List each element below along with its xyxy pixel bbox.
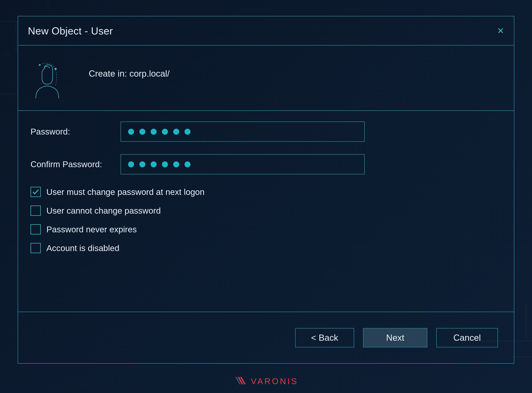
password-dot [173,161,179,167]
checkbox-disabled-box[interactable] [30,243,41,253]
password-dot [128,129,134,135]
new-user-dialog: New Object - User ✕ Create in: corp.loca… [18,16,514,364]
checkbox-label: User cannot change password [46,206,161,216]
checkbox-disabled: Account is disabled [30,243,502,253]
password-input[interactable] [121,122,365,142]
checkbox-label: Password never expires [46,225,137,234]
checkbox-label: Account is disabled [46,243,119,253]
close-icon[interactable]: ✕ [497,26,504,36]
password-dot [162,161,168,167]
create-in-label: Create in: corp.local/ [89,69,170,79]
password-label: Password: [30,127,121,137]
password-dot [184,129,190,135]
bg-decoration [46,4,49,7]
next-button[interactable]: Next [363,328,427,348]
checkbox-section: User must change password at next logon … [30,187,502,253]
bg-decoration [16,21,17,53]
checkbox-cannot-change: User cannot change password [30,206,502,216]
form-section: Password: Confirm Password: [18,111,514,312]
password-row: Password: [30,122,502,142]
confirm-password-label: Confirm Password: [30,159,121,169]
password-dot [139,161,145,167]
brand-logo-text: VARONIS [251,376,298,386]
bg-decoration [512,357,532,357]
confirm-password-input[interactable] [121,154,365,174]
header-section: Create in: corp.local/ [18,45,514,111]
password-dot [128,161,134,167]
brand-logo: VARONIS [234,376,298,387]
back-button[interactable]: < Back [295,328,354,348]
checkbox-cannot-change-box[interactable] [30,206,41,216]
cancel-button[interactable]: Cancel [436,328,498,348]
checkbox-must-change-box[interactable] [30,187,41,197]
brand-logo-icon [234,376,249,387]
confirm-password-row: Confirm Password: [30,154,502,174]
password-dot [151,161,157,167]
bg-decoration [0,21,18,22]
dialog-title: New Object - User [28,25,113,37]
checkbox-never-expires: Password never expires [30,224,502,235]
checkbox-must-change: User must change password at next logon [30,187,502,197]
bg-decoration [5,52,9,55]
title-bar: New Object - User ✕ [18,16,514,45]
password-dot [184,161,190,167]
checkbox-label: User must change password at next logon [46,187,204,197]
checkbox-never-expires-box[interactable] [30,224,41,235]
password-dot [151,129,157,135]
user-icon [27,55,66,101]
password-dot [139,129,145,135]
bg-decoration [526,304,526,339]
password-dot [173,129,179,135]
password-dot [162,129,168,135]
button-bar: < Back Next Cancel [18,312,514,363]
bg-decoration [0,93,18,94]
